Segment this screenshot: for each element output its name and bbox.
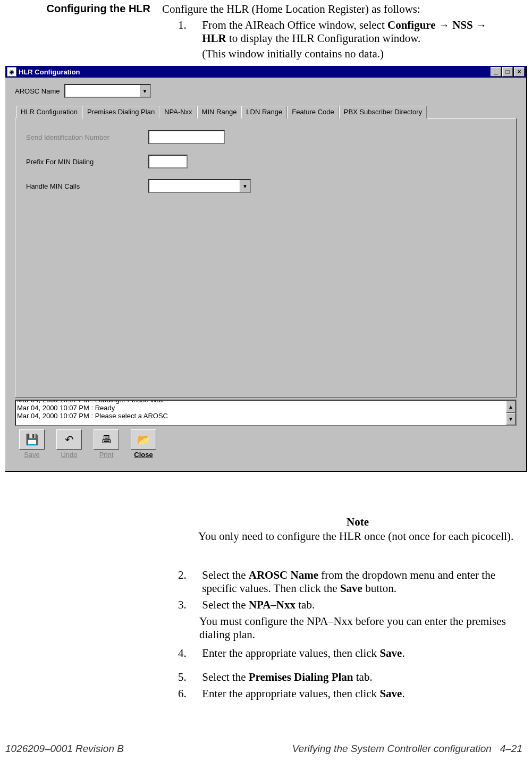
minimize-button[interactable]: _ [491, 67, 501, 77]
scroll-down-button[interactable]: ▼ [506, 413, 516, 425]
step-1-sub: (This window initially contains no data.… [202, 47, 500, 61]
footer-page: 4–21 [500, 743, 522, 754]
tab-pbx-subscriber-directory[interactable]: PBX Subscriber Directory [339, 106, 427, 119]
send-id-number-label: Send Identification Number [26, 133, 148, 141]
arosc-name-label: AROSC Name [15, 87, 60, 95]
arrow-1: → [436, 19, 453, 31]
maximize-button[interactable]: □ [502, 67, 513, 77]
step-4-number: 4. [178, 647, 199, 660]
step-5-text-a: Select the [202, 671, 248, 683]
step-1-number: 1. [178, 19, 199, 32]
tab-feature-code[interactable]: Feature Code [287, 106, 339, 119]
step-6-number: 6. [178, 687, 199, 700]
save-label: Save [17, 451, 47, 459]
save-icon: 💾 [19, 429, 45, 450]
chevron-down-icon[interactable]: ▼ [140, 85, 150, 97]
handle-min-calls-dropdown[interactable]: ▼ [148, 179, 251, 193]
hlr-config-window: ◉ HLR Configuration _ □ × AROSC Name ▼ H… [5, 66, 527, 472]
step-2-number: 2. [178, 569, 199, 582]
step-6: 6. Enter the appropriate values, then cl… [178, 687, 518, 700]
step-5-number: 5. [178, 671, 199, 684]
step-3: 3. Select the NPA–Nxx tab. [178, 598, 518, 612]
print-label: Print [91, 451, 121, 459]
step-5-text-c: tab. [353, 671, 373, 683]
step-2-text-e: button. [362, 582, 396, 595]
step-1-bold-nss: NSS [452, 19, 473, 31]
tab-min-range[interactable]: MIN Range [197, 106, 242, 119]
step-5: 5. Select the Premises Dialing Plan tab. [178, 671, 518, 684]
footer-right: Verifying the System Controller configur… [292, 743, 522, 755]
footer-chapter: Verifying the System Controller configur… [292, 743, 492, 754]
undo-label: Undo [54, 451, 84, 459]
print-icon: 🖶 [94, 429, 119, 450]
step-3-bold: NPA–Nxx [249, 598, 295, 611]
steps-lower: 2. Select the AROSC Name from the dropdo… [178, 569, 518, 704]
note-heading: Note [198, 515, 517, 529]
tab-strip: HLR Configuration Premises Dialing Plan … [15, 105, 517, 118]
step-6-text-a: Enter the appropriate values, then click [202, 687, 379, 700]
arosc-name-dropdown[interactable]: ▼ [64, 84, 151, 98]
title-bar: ◉ HLR Configuration _ □ × [5, 66, 526, 78]
save-button[interactable]: 💾 Save [17, 429, 47, 459]
undo-button[interactable]: ↶ Undo [54, 429, 84, 459]
step-6-bold: Save [379, 687, 402, 700]
close-button[interactable]: 📂 Close [129, 429, 158, 459]
status-log: Mar 04, 2000 10:07 PM : Loading... Pleas… [15, 400, 517, 426]
tab-panel: HLR Configuration Premises Dialing Plan … [15, 105, 517, 398]
step-2: 2. Select the AROSC Name from the dropdo… [178, 569, 518, 595]
close-window-button[interactable]: × [514, 67, 525, 77]
status-line-0: Mar 04, 2000 10:07 PM : Loading... Pleas… [17, 400, 514, 404]
note-block: Note You only need to configure the HLR … [198, 515, 517, 543]
scroll-up-button[interactable]: ▲ [506, 401, 516, 413]
intro-text: Configure the HLR (Home Location Registe… [162, 3, 502, 16]
step-4-text-c: . [402, 647, 404, 659]
step-1-bold-configure: Configure [387, 19, 436, 31]
step-5-bold: Premises Dialing Plan [249, 671, 353, 683]
close-icon: 📂 [131, 429, 156, 450]
section-heading: Configuring the HLR [41, 3, 150, 15]
step-2-bold: AROSC Name [249, 569, 318, 581]
undo-icon: ↶ [56, 429, 82, 450]
handle-min-calls-value[interactable] [149, 180, 240, 192]
footer-left: 1026209–0001 Revision B [5, 743, 124, 755]
note-text: You only need to configure the HLR once … [198, 530, 517, 543]
step-2-text-a: Select the [202, 569, 248, 581]
step-1-text-c: to display the HLR Configuration window. [226, 32, 421, 45]
tab-hlr-configuration[interactable]: HLR Configuration [16, 106, 82, 119]
handle-min-calls-label: Handle MIN Calls [26, 182, 148, 190]
step-4-bold: Save [379, 647, 402, 659]
step-4-text-a: Enter the appropriate values, then click [202, 647, 379, 659]
step-1-body: From the AIReach Office window, select C… [202, 19, 500, 61]
print-button[interactable]: 🖶 Print [91, 429, 121, 459]
arosc-name-value[interactable] [65, 85, 140, 97]
step-1: 1. From the AIReach Office window, selec… [178, 19, 508, 61]
step-6-text-c: . [402, 687, 404, 700]
status-line-1: Mar 04, 2000 10:07 PM : Ready [17, 404, 514, 412]
arrow-2: → [473, 19, 487, 31]
status-line-2: Mar 04, 2000 10:07 PM : Please select a … [17, 412, 514, 420]
prefix-min-dialing-input[interactable] [148, 155, 188, 168]
chevron-down-icon[interactable]: ▼ [240, 180, 250, 192]
step-3-text-c: tab. [295, 598, 315, 611]
step-1-text-a: From the AIReach Office window, select [202, 19, 387, 31]
step-3-text-a: Select the [202, 598, 248, 611]
app-icon: ◉ [7, 67, 16, 77]
tab-premises-dialing-plan[interactable]: Premises Dialing Plan [82, 106, 159, 119]
close-label: Close [129, 451, 158, 459]
step-4: 4. Enter the appropriate values, then cl… [178, 647, 518, 660]
tab-npa-nxx[interactable]: NPA-Nxx [159, 106, 197, 119]
tab-ldn-range[interactable]: LDN Range [241, 106, 287, 119]
send-id-number-input[interactable] [148, 130, 225, 144]
toolbar: 💾 Save ↶ Undo 🖶 Print 📂 Close [15, 426, 517, 461]
step-2-bold-save: Save [340, 582, 362, 595]
step-3-sub: You must configure the NPA–Nxx before yo… [199, 615, 518, 641]
step-1-bold-hlr: HLR [202, 32, 226, 45]
prefix-min-dialing-label: Prefix For MIN Dialing [26, 158, 148, 166]
window-title: HLR Configuration [19, 68, 491, 76]
step-3-number: 3. [178, 598, 199, 612]
tab-body: Send Identification Number Prefix For MI… [15, 118, 517, 398]
